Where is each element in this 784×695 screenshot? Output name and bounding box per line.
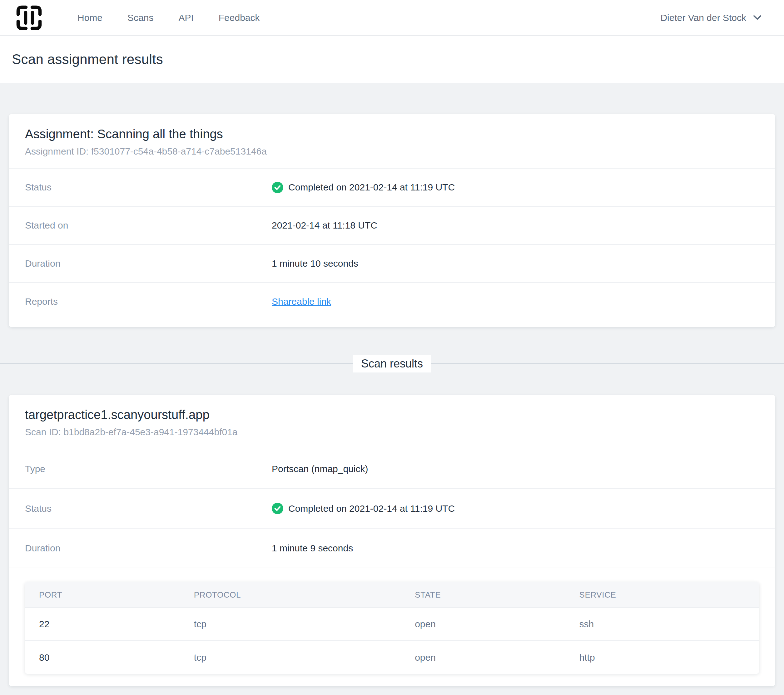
- cell-port: 80: [25, 641, 180, 674]
- col-header-protocol: PROTOCOL: [180, 582, 401, 608]
- user-menu[interactable]: Dieter Van der Stock: [660, 13, 761, 23]
- detail-row-status: Status Completed on 2021-02-14 at 11:19 …: [9, 168, 775, 206]
- scan-results-table: PORT PROTOCOL STATE SERVICE 22 tcp open …: [25, 582, 759, 674]
- row-label: Reports: [9, 296, 272, 307]
- row-label: Status: [9, 182, 272, 193]
- table-row: 80 tcp open http: [25, 641, 759, 674]
- detail-row-reports: Reports Shareable link: [9, 282, 775, 327]
- col-header-service: SERVICE: [565, 582, 759, 608]
- col-header-port: PORT: [25, 582, 180, 608]
- row-label: Started on: [9, 220, 272, 231]
- row-label: Status: [9, 503, 272, 514]
- scan-card-header: targetpractice1.scanyourstuff.app Scan I…: [9, 394, 775, 449]
- detail-row-duration: Duration 1 minute 10 seconds: [9, 244, 775, 282]
- row-value: Shareable link: [272, 296, 331, 307]
- app-logo-icon[interactable]: [15, 4, 43, 31]
- status-completed-icon: [272, 182, 283, 193]
- page-header: Scan assignment results: [0, 36, 784, 83]
- page-title: Scan assignment results: [12, 51, 163, 67]
- nav-link-api[interactable]: API: [166, 13, 206, 23]
- nav-link-home[interactable]: Home: [65, 13, 115, 23]
- chevron-down-icon: [753, 15, 761, 20]
- row-value: Completed on 2021-02-14 at 11:19 UTC: [272, 503, 455, 514]
- detail-row-type: Type Portscan (nmap_quick): [9, 449, 775, 488]
- main-content: Assignment: Scanning all the things Assi…: [0, 83, 784, 686]
- assignment-card-header: Assignment: Scanning all the things Assi…: [9, 114, 775, 168]
- detail-row-started: Started on 2021-02-14 at 11:18 UTC: [9, 206, 775, 244]
- section-divider-label: Scan results: [353, 355, 431, 373]
- table-header-row: PORT PROTOCOL STATE SERVICE: [25, 582, 759, 608]
- row-value: 1 minute 9 seconds: [272, 543, 353, 554]
- row-label: Duration: [9, 258, 272, 269]
- cell-service: ssh: [565, 608, 759, 641]
- col-header-state: STATE: [401, 582, 565, 608]
- assignment-title: Assignment: Scanning all the things: [25, 127, 759, 141]
- assignment-id: Assignment ID: f5301077-c54a-4b58-a714-c…: [25, 146, 759, 157]
- row-value: 2021-02-14 at 11:18 UTC: [272, 220, 377, 231]
- scan-results-table-wrap: PORT PROTOCOL STATE SERVICE 22 tcp open …: [9, 568, 775, 686]
- cell-state: open: [401, 608, 565, 641]
- table-row: 22 tcp open ssh: [25, 608, 759, 641]
- user-name: Dieter Van der Stock: [660, 13, 746, 23]
- section-divider: Scan results: [0, 355, 784, 373]
- row-label: Type: [9, 463, 272, 474]
- cell-protocol: tcp: [180, 608, 401, 641]
- detail-row-duration: Duration 1 minute 9 seconds: [9, 528, 775, 568]
- nav-link-scans[interactable]: Scans: [115, 13, 166, 23]
- status-completed-icon: [272, 503, 283, 514]
- row-label: Duration: [9, 543, 272, 554]
- scan-title: targetpractice1.scanyourstuff.app: [25, 408, 759, 422]
- scan-card: targetpractice1.scanyourstuff.app Scan I…: [9, 394, 775, 686]
- navbar: Home Scans API Feedback Dieter Van der S…: [0, 0, 784, 36]
- nav-link-feedback[interactable]: Feedback: [206, 13, 272, 23]
- row-value: Completed on 2021-02-14 at 11:19 UTC: [272, 182, 455, 193]
- status-text: Completed on 2021-02-14 at 11:19 UTC: [288, 182, 455, 193]
- row-value: Portscan (nmap_quick): [272, 463, 368, 474]
- cell-protocol: tcp: [180, 641, 401, 674]
- scan-id: Scan ID: b1bd8a2b-ef7a-45e3-a941-1973444…: [25, 427, 759, 437]
- detail-row-status: Status Completed on 2021-02-14 at 11:19 …: [9, 488, 775, 528]
- cell-service: http: [565, 641, 759, 674]
- row-value: 1 minute 10 seconds: [272, 258, 358, 269]
- status-text: Completed on 2021-02-14 at 11:19 UTC: [288, 503, 455, 514]
- assignment-card: Assignment: Scanning all the things Assi…: [9, 114, 775, 327]
- shareable-link[interactable]: Shareable link: [272, 296, 331, 307]
- cell-state: open: [401, 641, 565, 674]
- nav-links: Home Scans API Feedback: [65, 13, 272, 23]
- cell-port: 22: [25, 608, 180, 641]
